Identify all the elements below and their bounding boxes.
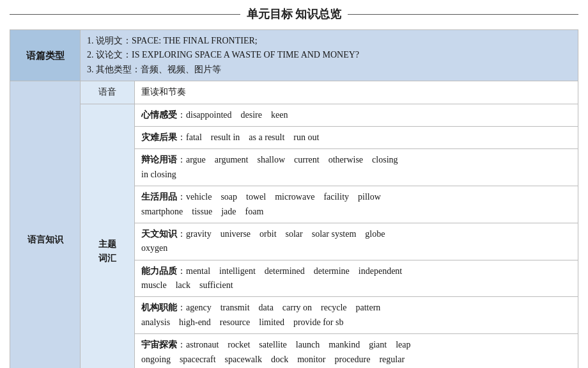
vocab-daily: 生活用品：vehicle soap towel microwave facili… bbox=[135, 186, 578, 223]
discourse-type-content: 1. 说明文：SPACE: THE FINAL FRONTIER; 2. 议论文… bbox=[81, 30, 578, 81]
phonetics-row: 语言知识 语音 重读和节奏 bbox=[10, 81, 578, 104]
phonetics-label: 语音 bbox=[81, 81, 135, 104]
phonetics-content: 重读和节奏 bbox=[135, 81, 578, 104]
vocab-disaster: 灾难后果：fatal result in as a result run out bbox=[135, 126, 578, 148]
vocab-ability: 能力品质：mental intelligent determined deter… bbox=[135, 260, 578, 297]
main-table: 语篇类型 1. 说明文：SPACE: THE FINAL FRONTIER; 2… bbox=[10, 29, 578, 368]
page-title: 单元目标 知识总览 bbox=[10, 6, 578, 22]
vocab-subcategory-label: 主题词汇 bbox=[81, 104, 135, 368]
vocab-debate: 辩论用语：argue argument shallow current othe… bbox=[135, 149, 578, 186]
language-knowledge-label: 语言知识 bbox=[10, 81, 81, 368]
vocab-astronomy: 天文知识：gravity universe orbit solar solar … bbox=[135, 223, 578, 260]
vocab-row-emotion: 主题词汇 心情感受：disappointed desire keen bbox=[10, 104, 578, 126]
vocab-emotion: 心情感受：disappointed desire keen bbox=[135, 104, 578, 126]
discourse-type-label: 语篇类型 bbox=[10, 30, 81, 81]
vocab-institution: 机构职能：agency transmit data carry on recyc… bbox=[135, 297, 578, 334]
vocab-space: 宇宙探索：astronaut rocket satellite launch m… bbox=[135, 334, 578, 368]
discourse-type-row: 语篇类型 1. 说明文：SPACE: THE FINAL FRONTIER; 2… bbox=[10, 30, 578, 81]
